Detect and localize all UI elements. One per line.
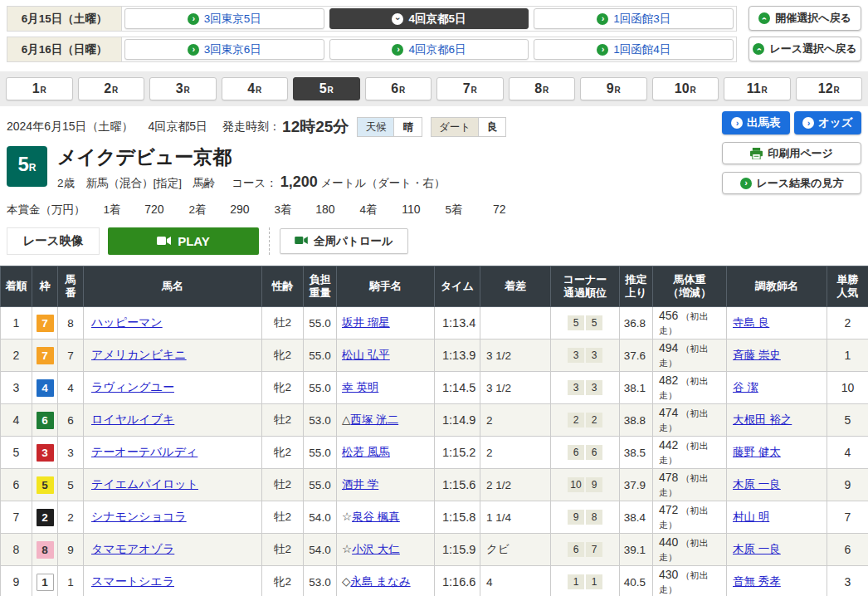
column-header: 馬 番 xyxy=(58,266,84,307)
result-guide-button[interactable]: › レース結果の見方 xyxy=(722,172,861,194)
horse-name-cell: テーオーテバルディ xyxy=(84,437,262,469)
meeting-button[interactable]: ›3回東京5日 xyxy=(124,8,324,29)
jockey-link[interactable]: 泉谷 楓真 xyxy=(352,511,400,523)
finish-position: 9 xyxy=(1,566,32,596)
last-3f-time: 38.5 xyxy=(620,437,653,469)
trainer-link[interactable]: 村山 明 xyxy=(733,511,769,523)
trainer-link[interactable]: 音無 秀孝 xyxy=(733,575,781,588)
meeting-button[interactable]: ›3回東京6日 xyxy=(124,39,324,60)
meeting-button[interactable]: ›1回函館3日 xyxy=(534,8,734,29)
trainer-link[interactable]: 木原 一良 xyxy=(733,478,781,491)
race-tab-1r[interactable]: 1R xyxy=(6,77,73,100)
race-tab-4r[interactable]: 4R xyxy=(222,77,289,100)
horse-number: 9 xyxy=(58,534,84,566)
jockey-cell: ☆小沢 大仁 xyxy=(337,534,435,566)
back-to-kaisai-button[interactable]: › 開催選択へ戻る xyxy=(749,6,861,31)
trainer-link[interactable]: 木原 一良 xyxy=(733,543,781,555)
trainer-link[interactable]: 大根田 裕之 xyxy=(733,413,792,426)
race-tab-8r[interactable]: 8R xyxy=(509,77,576,100)
finish-position: 1 xyxy=(1,307,32,340)
meeting-button[interactable]: ›4回京都5日 xyxy=(329,8,529,29)
jockey-mark: ☆ xyxy=(342,511,352,523)
play-button[interactable]: PLAY xyxy=(108,227,259,255)
jockey-link[interactable]: 酒井 学 xyxy=(342,478,378,491)
trainer-link[interactable]: 斉藤 崇史 xyxy=(733,349,781,361)
race-tab-12r[interactable]: 12R xyxy=(796,77,863,100)
prize-label: 本賞金（万円） xyxy=(7,203,85,217)
odds-button[interactable]: › オッズ xyxy=(794,111,862,134)
print-page-button[interactable]: 印刷用ページ xyxy=(722,142,861,164)
meeting-button[interactable]: ›1回函館4日 xyxy=(534,39,734,60)
race-tab-7r[interactable]: 7R xyxy=(436,77,504,100)
odds-label: オッズ xyxy=(818,115,852,130)
horse-name-link[interactable]: スマートシエラ xyxy=(91,574,174,588)
trainer-link[interactable]: 藤野 健太 xyxy=(733,446,781,458)
trainer-link[interactable]: 谷 潔 xyxy=(733,381,758,393)
meeting-selector: 6月15日（土曜）›3回東京5日›4回京都5日›1回函館3日6月16日（日曜）›… xyxy=(0,0,868,69)
horse-name-link[interactable]: シナモンショコラ xyxy=(91,510,187,523)
race-tab-9r[interactable]: 9R xyxy=(580,77,647,100)
horse-name-link[interactable]: タマモアオゾラ xyxy=(91,542,174,555)
jockey-link[interactable]: 坂井 瑠星 xyxy=(342,316,390,329)
horse-name-link[interactable]: テイエムパイロット xyxy=(91,477,198,491)
race-tab-6r[interactable]: 6R xyxy=(365,77,432,100)
corner-position: 7 xyxy=(586,542,602,557)
race-header: 2024年6月15日（土曜） 4回京都5日 発走時刻： 12時25分 天候 晴 … xyxy=(0,106,868,191)
jockey-mark: △ xyxy=(342,413,350,426)
corner-position: 9 xyxy=(568,510,584,525)
start-time-label: 発走時刻： xyxy=(222,120,280,134)
trainer-cell: 村山 明 xyxy=(727,501,827,534)
race-tab-3r[interactable]: 3R xyxy=(149,77,217,100)
result-guide-label: レース結果の見方 xyxy=(757,176,844,191)
horse-number: 3 xyxy=(58,437,84,469)
race-tab-11r[interactable]: 11R xyxy=(724,77,791,100)
win-popularity: 6 xyxy=(827,534,868,566)
jockey-link[interactable]: 松山 弘平 xyxy=(342,349,390,361)
horse-number: 2 xyxy=(58,501,84,534)
patrol-video-button[interactable]: 全周パトロール xyxy=(280,228,408,254)
corner-position: 8 xyxy=(586,510,602,525)
carried-weight: 55.0 xyxy=(304,469,337,501)
finish-position: 7 xyxy=(1,501,32,534)
meeting-label: 3回東京5日 xyxy=(204,12,261,27)
horse-name-link[interactable]: ラヴィングユー xyxy=(91,380,174,393)
race-date: 2024年6月15日（土曜） xyxy=(7,120,134,134)
horse-name-link[interactable]: テーオーテバルディ xyxy=(91,445,197,458)
frame-cell: 7 xyxy=(32,307,58,340)
shutsuba-label: 出馬表 xyxy=(747,115,781,130)
shutsuba-button[interactable]: › 出馬表 xyxy=(722,111,790,134)
horse-name-link[interactable]: アメリカンビキニ xyxy=(91,348,187,361)
jockey-link[interactable]: 松若 風馬 xyxy=(342,446,390,458)
corner-position: 6 xyxy=(568,445,584,460)
jockey-link[interactable]: 西塚 洸二 xyxy=(350,413,398,426)
finish-position: 6 xyxy=(1,469,32,501)
race-tab-2r[interactable]: 2R xyxy=(78,77,145,100)
trainer-cell: 木原 一良 xyxy=(727,469,827,501)
jockey-link[interactable]: 小沢 大仁 xyxy=(352,543,400,555)
course-label: コース： xyxy=(232,177,277,189)
back-buttons: › 開催選択へ戻る › レース選択へ戻る xyxy=(749,6,861,67)
course-suffix: メートル（ダート・右） xyxy=(321,177,446,189)
race-tab-10r[interactable]: 10R xyxy=(652,77,719,100)
jockey-cell: ☆泉谷 楓真 xyxy=(337,501,435,534)
back-to-race-select-button[interactable]: › レース選択へ戻る xyxy=(749,37,861,61)
horse-name-link[interactable]: ハッピーマン xyxy=(91,315,163,329)
jockey-link[interactable]: 幸 英明 xyxy=(342,381,378,393)
finish-time: 1:13.4 xyxy=(435,307,480,340)
frame-badge: 4 xyxy=(37,379,54,397)
horse-name-cell: テイエムパイロット xyxy=(84,469,262,501)
horse-name-cell: スマートシエラ xyxy=(84,566,262,596)
race-tab-5r[interactable]: 5R xyxy=(293,77,360,100)
jockey-link[interactable]: 永島 まなみ xyxy=(350,575,410,588)
race-video-label: レース映像 xyxy=(7,227,100,255)
last-3f-time: 38.1 xyxy=(620,372,653,404)
column-header: 単勝 人気 xyxy=(827,266,868,307)
start-time-value: 12時25分 xyxy=(282,116,349,138)
meeting-button[interactable]: ›4回京都6日 xyxy=(329,39,529,60)
margin: 2 1/2 xyxy=(480,469,551,501)
corner-position: 6 xyxy=(586,445,602,460)
trainer-link[interactable]: 寺島 良 xyxy=(733,316,769,329)
prize-amount: 720 xyxy=(134,203,164,216)
sex-age: 牡2 xyxy=(262,501,304,534)
horse-name-link[interactable]: ロイヤルイブキ xyxy=(91,413,174,426)
